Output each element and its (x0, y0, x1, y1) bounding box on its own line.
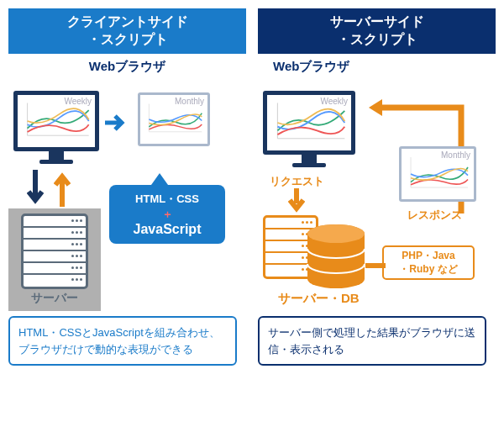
desc-box-left: HTML・CSSとJavaScriptを組み合わせ、ブラウザだけで動的な表現がで… (8, 316, 237, 366)
server-connector-icon (365, 257, 386, 272)
request-label: リクエスト (270, 174, 324, 189)
mini-monitor-right: Monthly (399, 146, 476, 202)
request-arrow-icon (288, 188, 305, 217)
transform-arrow-icon (105, 113, 130, 135)
browser-label-left: Webブラウザ (8, 59, 246, 75)
server-db-label: サーバー・DB (278, 291, 360, 307)
response-label: レスポンス (407, 208, 462, 223)
mini-monitor-left: Monthly (138, 92, 210, 146)
callout-js: JavaScript (119, 222, 215, 237)
browser-label-right: Webブラウザ (273, 59, 496, 75)
client-side-panel: クライアントサイド ・スクリプト Webブラウザ Weekly (8, 8, 246, 75)
callout-plus: ＋ (119, 207, 215, 222)
download-arrow-icon (27, 170, 44, 210)
browser-monitor-left: Weekly (13, 91, 99, 164)
desc-box-right: サーバー側で処理した結果がブラウザに送信・表示される (258, 316, 486, 366)
tech-callout: HTML・CSS ＋ JavaScript (109, 185, 225, 244)
client-header: クライアントサイド ・スクリプト (8, 8, 246, 54)
chart-title-weekly-right: Weekly (320, 97, 348, 106)
tech-box: PHP・Java ・Ruby など (382, 245, 475, 280)
chart-title-weekly-left: Weekly (64, 97, 92, 106)
server-label-left: サーバー (13, 291, 96, 306)
server-box-left: サーバー (8, 208, 101, 311)
callout-html-css: HTML・CSS (119, 192, 215, 207)
server-side-panel: サーバーサイド ・スクリプト Webブラウザ Weekly (258, 8, 496, 75)
server-header: サーバーサイド ・スクリプト (258, 8, 496, 54)
svg-point-9 (307, 224, 365, 243)
browser-monitor-right: Weekly (263, 91, 355, 167)
upload-arrow-icon (54, 170, 71, 210)
chart-title-monthly-left: Monthly (175, 97, 204, 106)
database-icon (305, 224, 367, 291)
chart-title-monthly-right: Monthly (441, 150, 470, 160)
